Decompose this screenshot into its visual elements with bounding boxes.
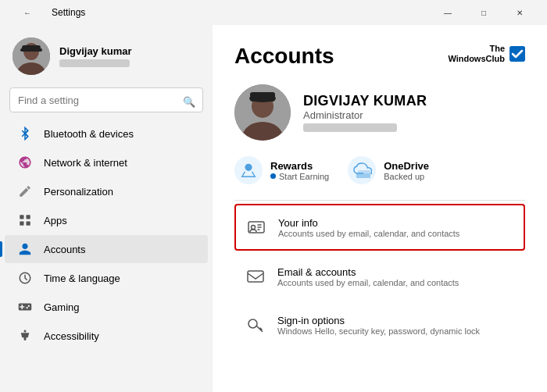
settings-list: Your info Accounts used by email, calend… (234, 204, 525, 351)
svg-point-19 (252, 226, 256, 230)
svg-rect-8 (27, 222, 30, 226)
sidebar-item-gaming-label: Gaming (44, 301, 80, 313)
search-input[interactable] (9, 87, 203, 112)
svg-rect-4 (20, 48, 42, 52)
sign-in-title: Sign-in options (277, 315, 480, 326)
onedrive-icon (348, 156, 376, 184)
sidebar-item-time-label: Time & language (44, 273, 120, 284)
email-accounts-title: Email & accounts (277, 266, 459, 278)
svg-point-17 (245, 164, 252, 171)
content-header: Accounts The WindowsClub (234, 44, 525, 69)
svg-point-21 (248, 319, 257, 328)
svg-rect-20 (248, 271, 263, 282)
user-name: Digvijay kumar (59, 45, 132, 57)
titlebar-controls: — □ ✕ (430, 0, 538, 25)
sidebar-item-apps[interactable]: Apps (5, 206, 208, 234)
gaming-icon (17, 299, 33, 315)
bluetooth-icon (17, 126, 33, 141)
svg-rect-16 (250, 92, 275, 102)
onedrive-name: OneDrive (384, 160, 429, 172)
personalization-icon (17, 184, 33, 199)
user-profile[interactable]: Digvijay kumar (0, 25, 213, 84)
account-name: DIGVIJAY KUMAR (303, 93, 427, 109)
your-info-text: Your info Accounts used by email, calend… (278, 217, 459, 238)
accounts-icon (17, 241, 33, 257)
sidebar-item-time[interactable]: Time & language (5, 264, 208, 292)
close-button[interactable]: ✕ (502, 0, 538, 25)
main-layout: Digvijay kumar 🔍 Bluetooth & devices (0, 25, 547, 392)
avatar (13, 37, 50, 75)
svg-rect-6 (27, 215, 30, 219)
services-row: Rewards Start Earning OneDrive (234, 156, 525, 184)
sidebar-item-accounts-label: Accounts (44, 244, 85, 255)
search-icon: 🔍 (183, 96, 195, 108)
your-info-title: Your info (278, 217, 459, 229)
brand-header: The WindowsClub (448, 44, 525, 64)
back-button[interactable]: ← (9, 0, 45, 25)
user-info: Digvijay kumar (59, 45, 132, 67)
sign-in-item[interactable]: Sign-in options Windows Hello, security … (234, 302, 525, 347)
sign-in-desc: Windows Hello, security key, password, d… (277, 326, 480, 336)
network-icon (17, 155, 33, 170)
search-container: 🔍 (0, 84, 213, 119)
titlebar-title: Settings (52, 7, 85, 18)
divider-1 (234, 200, 525, 201)
your-info-desc: Accounts used by email, calendar, and co… (278, 229, 459, 238)
sidebar-item-bluetooth[interactable]: Bluetooth & devices (5, 119, 208, 148)
sidebar-item-bluetooth-label: Bluetooth & devices (44, 128, 134, 140)
accessibility-icon (17, 328, 33, 344)
sidebar-item-apps-label: Apps (44, 215, 67, 226)
brand-text-line1: The (489, 44, 505, 54)
key-icon (245, 314, 266, 336)
sidebar-item-network-label: Network & internet (44, 157, 127, 169)
brand-logo: The WindowsClub (448, 44, 525, 64)
sidebar-item-gaming[interactable]: Gaming (5, 293, 208, 321)
account-details: DIGVIJAY KUMAR Administrator (303, 93, 427, 132)
email-accounts-item[interactable]: Email & accounts Accounts used by email,… (234, 254, 525, 299)
email-accounts-text: Email & accounts Accounts used by email,… (277, 266, 459, 287)
rewards-dot (270, 173, 276, 179)
page-title: Accounts (234, 44, 334, 69)
your-info-item[interactable]: Your info Accounts used by email, calend… (234, 204, 525, 251)
account-email-blur (303, 123, 397, 132)
email-accounts-desc: Accounts used by email, calendar, and co… (277, 278, 459, 287)
sidebar-item-accounts[interactable]: Accounts (5, 235, 208, 263)
time-icon (17, 270, 33, 286)
sidebar-item-accessibility-label: Accessibility (44, 330, 99, 342)
svg-rect-5 (20, 215, 23, 219)
svg-rect-7 (20, 222, 23, 226)
brand-text-line2: WindowsClub (448, 54, 505, 64)
sidebar-nav: Bluetooth & devices Network & internet (0, 119, 213, 351)
minimize-button[interactable]: — (430, 0, 466, 25)
content-area: Accounts The WindowsClub (213, 25, 547, 392)
sidebar: Digvijay kumar 🔍 Bluetooth & devices (0, 25, 213, 392)
sidebar-item-network[interactable]: Network & internet (5, 148, 208, 176)
rewards-status: Start Earning (270, 172, 329, 181)
onedrive-details: OneDrive Backed up (384, 160, 429, 181)
titlebar-left: ← Settings (9, 0, 85, 25)
person-card-icon (245, 216, 267, 238)
maximize-button[interactable]: □ (466, 0, 502, 25)
email-icon (245, 265, 266, 287)
rewards-service[interactable]: Rewards Start Earning (234, 156, 329, 184)
sign-in-text: Sign-in options Windows Hello, security … (277, 315, 480, 336)
onedrive-status: Backed up (384, 172, 429, 181)
onedrive-service[interactable]: OneDrive Backed up (348, 156, 429, 184)
sidebar-item-personalization-label: Personalization (44, 186, 113, 198)
account-role: Administrator (303, 109, 427, 121)
sidebar-item-accessibility[interactable]: Accessibility (5, 322, 208, 350)
rewards-icon (234, 156, 263, 184)
user-email-blur (59, 59, 130, 67)
sidebar-item-personalization[interactable]: Personalization (5, 177, 208, 205)
rewards-name: Rewards (270, 160, 329, 172)
apps-icon (17, 212, 33, 228)
brand-icon (509, 46, 525, 62)
titlebar: ← Settings — □ ✕ (0, 0, 547, 25)
account-avatar (234, 84, 291, 141)
svg-point-10 (24, 330, 27, 333)
rewards-details: Rewards Start Earning (270, 160, 329, 181)
account-profile: DIGVIJAY KUMAR Administrator (234, 84, 525, 141)
